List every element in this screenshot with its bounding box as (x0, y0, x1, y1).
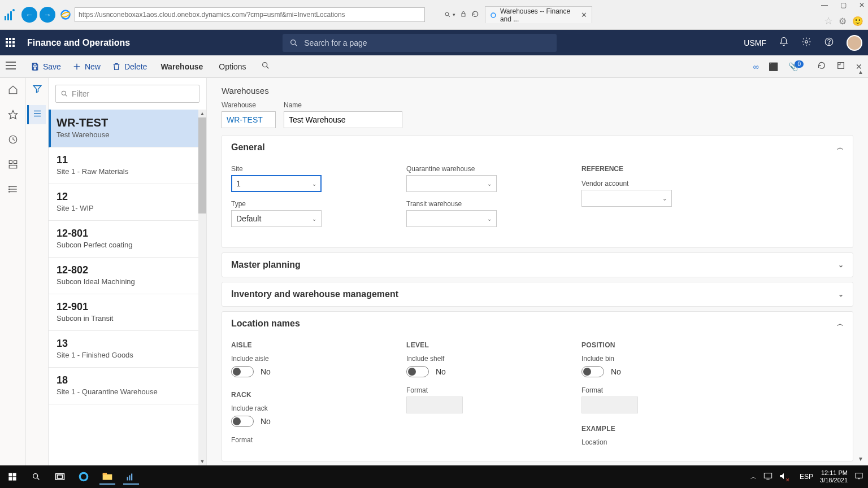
section-header-general[interactable]: General ︿ (222, 136, 853, 159)
section-header-master-planning[interactable]: Master planning ⌄ (222, 253, 853, 277)
list-item[interactable]: 12-802Subcon Ideal Machining (49, 258, 206, 294)
app-launcher-icon[interactable] (6, 38, 16, 48)
chevron-up-icon: ︿ (837, 319, 844, 329)
dynamics-taskbar-icon[interactable] (123, 469, 139, 485)
warehouse-field[interactable] (222, 111, 276, 128)
chevron-down-icon: ⌄ (662, 195, 667, 202)
svg-rect-52 (127, 477, 128, 481)
list-item[interactable]: 12Site 1- WIP (49, 184, 206, 221)
search-page-input[interactable]: Search for a page (283, 34, 557, 52)
workspace-icon[interactable] (8, 159, 18, 172)
trash-icon (112, 62, 121, 71)
scroll-down-icon[interactable]: ▼ (199, 459, 205, 464)
tab-warehouse[interactable]: Warehouse (153, 62, 211, 71)
include-bin-label: Include bin (581, 355, 728, 363)
list-item[interactable]: 13Site 1 - Finished Goods (49, 331, 206, 368)
help-icon[interactable] (824, 37, 834, 49)
home-icon[interactable] (8, 85, 18, 97)
type-select[interactable]: Default⌄ (231, 210, 322, 227)
vendor-select[interactable]: ⌄ (581, 190, 672, 207)
star-icon[interactable] (8, 110, 18, 122)
svg-rect-8 (462, 14, 465, 16)
user-avatar[interactable] (847, 35, 862, 51)
tray-display-icon[interactable] (763, 472, 772, 482)
recent-icon[interactable] (8, 134, 18, 147)
ie-icon (490, 11, 497, 19)
site-select[interactable]: 1⌄ (231, 175, 322, 192)
browser-tab[interactable]: Warehouses -- Finance and ... ✕ (485, 6, 592, 23)
include-rack-toggle[interactable] (231, 416, 254, 427)
url-bar[interactable]: https://usnconeboxax1aos.cloud.onebox.dy… (75, 7, 425, 22)
emoji-icon[interactable]: 🙂 (852, 16, 863, 27)
section-header-location-names[interactable]: Location names ︿ (222, 312, 853, 336)
attachments-icon[interactable]: 📎0 (788, 62, 807, 71)
warehouse-list[interactable]: ▲ ▼ WR-TESTTest Warehouse 11Site 1 - Raw… (49, 110, 206, 465)
include-shelf-toggle[interactable] (406, 366, 429, 377)
tab-close-icon[interactable]: ✕ (581, 11, 587, 19)
window-minimize[interactable]: — (821, 1, 828, 9)
include-aisle-toggle[interactable] (231, 366, 254, 377)
task-view-icon[interactable] (52, 469, 68, 485)
chevron-down-icon: ⌄ (838, 261, 844, 269)
list-item[interactable]: 18Site 1 - Quarantine Warehouse (49, 368, 206, 404)
scroll-up-icon[interactable]: ▲ (199, 111, 205, 116)
tray-lang[interactable]: ESP (800, 473, 813, 481)
window-close[interactable]: ✕ (859, 1, 865, 9)
position-format-box (581, 396, 638, 413)
list-item[interactable]: 12-801Subcon Perfect coating (49, 221, 206, 258)
new-button[interactable]: New (67, 62, 106, 71)
svg-line-46 (37, 478, 39, 480)
refresh-icon[interactable] (471, 10, 479, 20)
nav-hamburger-icon[interactable] (6, 62, 17, 71)
office-icon[interactable]: ⬛ (769, 62, 778, 71)
filter-icon[interactable] (32, 84, 42, 96)
tray-chevron-icon[interactable]: ︿ (750, 473, 757, 481)
gear-icon[interactable] (801, 37, 811, 49)
settings-gear-icon[interactable]: ⚙ (839, 16, 847, 27)
filter-input[interactable]: Filter (55, 85, 199, 103)
search-dropdown[interactable]: ▾ (444, 11, 455, 18)
quarantine-select[interactable]: ⌄ (406, 175, 497, 192)
taskbar-search-icon[interactable] (28, 469, 44, 485)
svg-rect-55 (764, 473, 771, 478)
tray-volume-icon[interactable]: ✕ (779, 472, 793, 482)
list-item[interactable]: 12-901Subcon in Transit (49, 294, 206, 331)
link-icon[interactable]: ∞ (753, 62, 758, 71)
delete-button[interactable]: Delete (106, 62, 153, 71)
company-picker[interactable]: USMF (744, 38, 766, 47)
forward-button[interactable]: → (40, 7, 55, 23)
save-button[interactable]: Save (25, 62, 67, 71)
svg-line-11 (295, 44, 297, 46)
popout-icon[interactable] (836, 61, 845, 72)
plus-icon (72, 62, 81, 71)
scrollbar-thumb[interactable] (198, 117, 206, 213)
list-item[interactable]: WR-TESTTest Warehouse (49, 110, 206, 147)
tray-notifications-icon[interactable] (854, 472, 863, 482)
list-item[interactable]: 11Site 1 - Raw Materials (49, 147, 206, 184)
start-icon[interactable] (5, 469, 20, 485)
section-header-inventory[interactable]: Inventory and warehouse management ⌄ (222, 282, 853, 306)
action-search-icon[interactable] (261, 61, 270, 72)
list-view-icon[interactable] (27, 105, 46, 124)
name-field[interactable] (284, 111, 402, 128)
explorer-taskbar-icon[interactable] (99, 469, 115, 485)
bell-icon[interactable] (779, 37, 789, 49)
include-shelf-label: Include shelf (406, 355, 553, 363)
ie-taskbar-icon[interactable] (76, 469, 92, 485)
site-label: Site (231, 165, 322, 173)
transit-select[interactable]: ⌄ (406, 210, 497, 227)
modules-icon[interactable] (8, 184, 18, 197)
svg-point-6 (445, 12, 449, 16)
content-scroll-down-icon[interactable]: ▼ (858, 456, 863, 462)
svg-marker-25 (8, 111, 17, 119)
position-format-label: Format (581, 386, 728, 394)
favorite-icon[interactable]: ☆ (824, 15, 833, 27)
window-restore[interactable]: ▢ (840, 1, 847, 9)
content-scroll-up-icon[interactable]: ▲ (858, 69, 863, 75)
back-button[interactable]: ← (21, 7, 37, 23)
tray-clock[interactable]: 12:11 PM 3/18/2021 (820, 469, 848, 484)
refresh-icon[interactable] (817, 61, 826, 72)
svg-line-23 (267, 67, 268, 68)
include-bin-toggle[interactable] (581, 366, 604, 377)
tab-options[interactable]: Options (211, 62, 254, 71)
